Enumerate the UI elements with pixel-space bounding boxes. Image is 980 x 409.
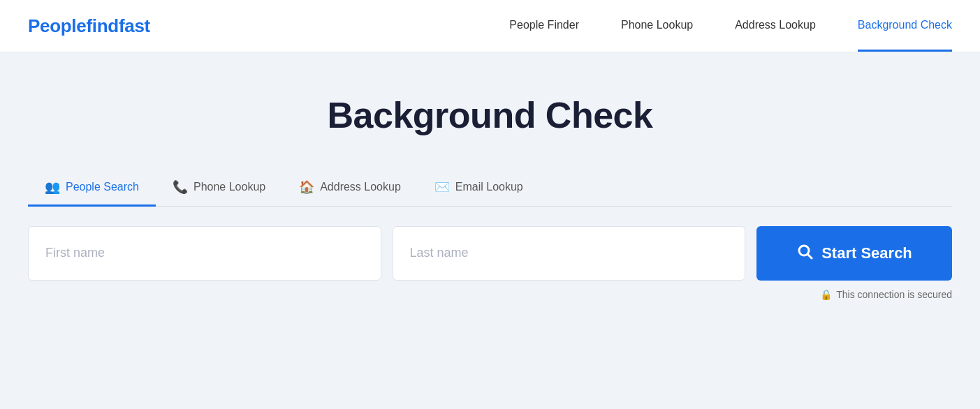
logo[interactable]: Peoplefindfast: [28, 15, 150, 37]
header: Peoplefindfast People Finder Phone Looku…: [0, 0, 980, 52]
tab-people-search[interactable]: 👥 People Search: [28, 171, 156, 207]
people-search-icon: 👥: [45, 179, 60, 195]
nav-background-check[interactable]: Background Check: [858, 0, 952, 52]
svg-line-1: [808, 254, 812, 258]
main-content: Background Check 👥 People Search 📞 Phone…: [0, 52, 980, 328]
last-name-input[interactable]: [393, 226, 746, 281]
nav-phone-lookup[interactable]: Phone Lookup: [621, 0, 693, 52]
tab-phone-lookup-label: Phone Lookup: [193, 181, 265, 193]
security-text: This connection is secured: [836, 289, 952, 300]
nav: People Finder Phone Lookup Address Looku…: [509, 0, 952, 52]
phone-lookup-icon: 📞: [173, 179, 188, 195]
tab-email-lookup[interactable]: ✉️ Email Lookup: [418, 171, 540, 207]
tab-email-lookup-label: Email Lookup: [455, 181, 523, 193]
email-lookup-icon: ✉️: [434, 179, 450, 195]
search-form: Start Search: [28, 226, 952, 281]
tab-people-search-label: People Search: [66, 181, 139, 193]
lock-icon: 🔒: [820, 289, 832, 300]
start-search-button[interactable]: Start Search: [756, 226, 952, 281]
start-search-label: Start Search: [821, 244, 912, 262]
security-note: 🔒 This connection is secured: [28, 289, 952, 300]
search-tabs: 👥 People Search 📞 Phone Lookup 🏠 Address…: [28, 171, 952, 207]
first-name-input[interactable]: [28, 226, 381, 281]
nav-people-finder[interactable]: People Finder: [509, 0, 579, 52]
search-button-icon: [796, 243, 813, 264]
tab-address-lookup[interactable]: 🏠 Address Lookup: [282, 171, 418, 207]
address-lookup-icon: 🏠: [299, 179, 314, 195]
nav-address-lookup[interactable]: Address Lookup: [735, 0, 816, 52]
page-title: Background Check: [28, 94, 952, 136]
tab-address-lookup-label: Address Lookup: [320, 181, 401, 193]
tab-phone-lookup[interactable]: 📞 Phone Lookup: [156, 171, 282, 207]
